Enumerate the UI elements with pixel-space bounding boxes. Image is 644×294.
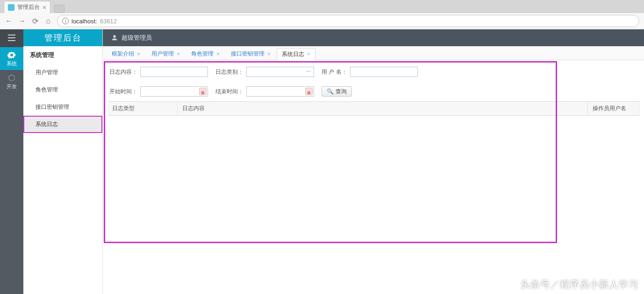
field-log-type: 日志类别： ﹀ (215, 67, 314, 77)
col-log-type[interactable]: 日志类型 (107, 102, 178, 115)
rail-item-system[interactable]: 系统 (0, 47, 23, 70)
input-start-time[interactable]: ▦ (140, 86, 208, 97)
address-bar: ← → ⟳ ⌂ i localhost:63612 (0, 13, 644, 29)
chevron-down-icon: ﹀ (306, 68, 312, 76)
url-port: 63612 (100, 18, 117, 25)
favicon-icon (8, 4, 14, 11)
calendar-icon: ▦ (199, 88, 207, 95)
close-icon[interactable]: × (216, 51, 220, 57)
sidebar: 管理后台 系统管理 用户管理 角色管理 接口密钥管理 系统日志 (23, 29, 103, 294)
topbar: 超级管理员 (103, 29, 644, 46)
browser-tab-title: 管理后台 (17, 3, 40, 11)
field-log-content: 日志内容： (109, 67, 208, 77)
sidebar-group: 系统管理 (23, 46, 102, 64)
tab-framework[interactable]: 框架介绍× (107, 48, 145, 60)
sidebar-item-keys[interactable]: 接口密钥管理 (23, 98, 102, 116)
filter-form: 日志内容： 日志类别： ﹀ 用 户 名： 开始时间： ▦ 结束时间： (107, 65, 639, 101)
field-end-time: 结束时间： ▦ (215, 86, 314, 97)
forward-icon[interactable]: → (18, 17, 26, 25)
rail-item-dev[interactable]: 开发 (0, 70, 23, 93)
content-panel: 日志内容： 日志类别： ﹀ 用 户 名： 开始时间： ▦ 结束时间： (103, 60, 644, 294)
search-icon: 🔍 (327, 88, 334, 95)
tab-roles[interactable]: 角色管理× (186, 48, 225, 60)
menu-icon (7, 34, 16, 42)
reload-icon[interactable]: ⟳ (31, 17, 39, 26)
close-icon[interactable]: × (43, 4, 46, 11)
browser-tab[interactable]: 管理后台 × (4, 1, 50, 13)
input-username[interactable] (350, 67, 418, 77)
new-tab-button[interactable] (54, 5, 64, 13)
calendar-icon: ▦ (305, 88, 313, 95)
label-log-type: 日志类别： (215, 68, 243, 76)
back-icon[interactable]: ← (5, 17, 13, 25)
col-log-content[interactable]: 日志内容 (178, 102, 588, 115)
browser-chrome: 管理后台 × ← → ⟳ ⌂ i localhost:63612 (0, 0, 644, 29)
close-icon[interactable]: × (267, 51, 271, 57)
tab-users[interactable]: 用户管理× (146, 48, 185, 60)
close-icon[interactable]: × (177, 51, 180, 57)
rail-label: 开发 (0, 83, 23, 90)
tab-keys[interactable]: 接口密钥管理× (226, 48, 276, 60)
user-label: 超级管理员 (122, 34, 152, 42)
search-button[interactable]: 🔍查询 (322, 86, 352, 97)
grid-header: 日志类型 日志内容 操作员用户名 (107, 101, 639, 116)
label-end-time: 结束时间： (215, 88, 243, 96)
field-username: 用 户 名： (322, 67, 418, 77)
input-end-time[interactable]: ▦ (246, 86, 314, 97)
address-field[interactable]: i localhost:63612 (57, 15, 639, 27)
sidebar-item-roles[interactable]: 角色管理 (23, 81, 102, 98)
select-log-type[interactable]: ﹀ (246, 67, 314, 77)
brand-title: 管理后台 (23, 29, 102, 46)
field-start-time: 开始时间： ▦ (109, 86, 208, 97)
app-shell: 系统 开发 管理后台 系统管理 用户管理 角色管理 接口密钥管理 系统日志 超级… (0, 29, 644, 294)
home-icon[interactable]: ⌂ (44, 17, 52, 25)
sidebar-item-logs[interactable]: 系统日志 (23, 116, 102, 133)
label-log-content: 日志内容： (109, 68, 137, 76)
tab-logs[interactable]: 系统日志× (277, 48, 315, 60)
gear-icon (7, 51, 16, 59)
url-host: localhost: (72, 18, 97, 25)
close-icon[interactable]: × (307, 51, 310, 57)
watermark: 头条号／程序员小新人学习 (521, 278, 638, 291)
main-area: 超级管理员 框架介绍× 用户管理× 角色管理× 接口密钥管理× 系统日志× 日志… (103, 29, 644, 294)
user-icon (111, 35, 118, 41)
rail-label: 系统 (0, 60, 23, 67)
sidebar-item-users[interactable]: 用户管理 (23, 64, 102, 81)
col-operator[interactable]: 操作员用户名 (588, 102, 639, 115)
icon-rail: 系统 开发 (0, 29, 23, 294)
info-icon[interactable]: i (62, 18, 69, 24)
cube-icon (7, 74, 16, 82)
label-username: 用 户 名： (322, 68, 347, 76)
content-tabs: 框架介绍× 用户管理× 角色管理× 接口密钥管理× 系统日志× (103, 46, 644, 60)
rail-menu-toggle[interactable] (0, 29, 23, 47)
label-start-time: 开始时间： (109, 88, 137, 96)
close-icon[interactable]: × (137, 51, 140, 57)
browser-tab-bar: 管理后台 × (0, 0, 644, 13)
input-log-content[interactable] (140, 67, 208, 77)
